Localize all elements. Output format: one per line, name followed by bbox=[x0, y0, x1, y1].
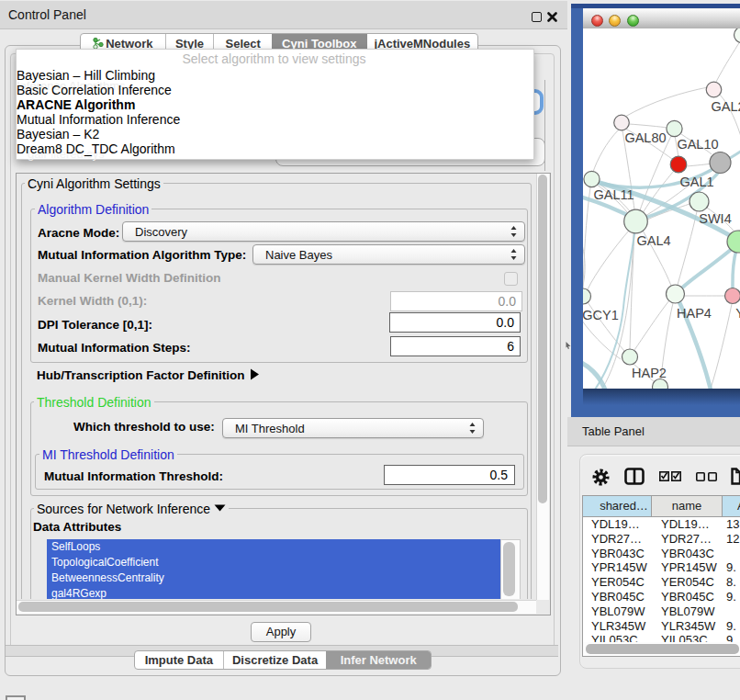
svg-text:HAP2: HAP2 bbox=[632, 366, 667, 380]
svg-text:GAL11: GAL11 bbox=[593, 187, 633, 202]
svg-text:GAL80: GAL80 bbox=[624, 130, 666, 145]
svg-text:SWI4: SWI4 bbox=[699, 211, 731, 226]
svg-text:GAL10: GAL10 bbox=[677, 137, 718, 152]
svg-text:Y: Y bbox=[735, 306, 740, 321]
svg-text:GAL4: GAL4 bbox=[636, 233, 670, 248]
svg-text:GCY1: GCY1 bbox=[583, 308, 619, 322]
svg-text:HAP4: HAP4 bbox=[677, 306, 712, 321]
svg-text:GAL2: GAL2 bbox=[711, 99, 740, 114]
svg-text:GAL1: GAL1 bbox=[679, 175, 713, 189]
